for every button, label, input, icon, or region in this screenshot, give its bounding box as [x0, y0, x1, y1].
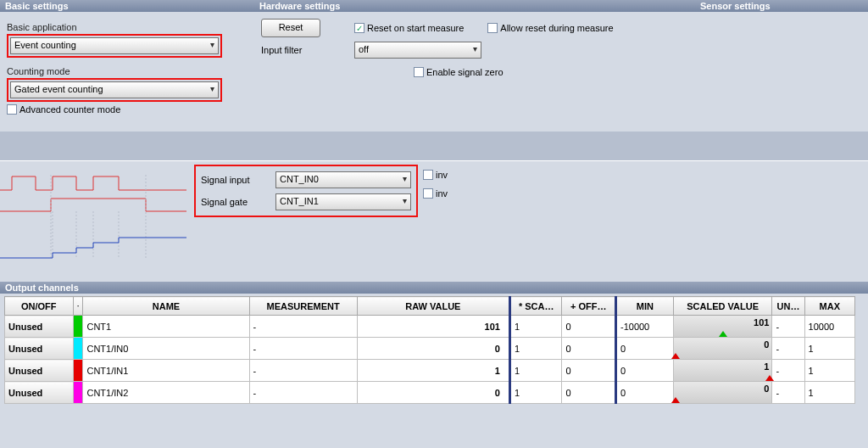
basic-application-highlight: Event counting	[7, 34, 222, 58]
enable-signal-zero-checkbox[interactable]: Enable signal zero	[414, 67, 504, 77]
row-name[interactable]: CNT1	[83, 316, 249, 338]
signal-gate-label: Signal gate	[201, 197, 269, 207]
row-max[interactable]: 1	[804, 382, 854, 404]
row-min[interactable]: -10000	[615, 316, 673, 338]
row-color-swatch[interactable]	[73, 382, 83, 404]
top-section-header: Basic settings Hardware settings Sensor …	[0, 0, 868, 12]
row-onoff[interactable]: Unused	[5, 338, 74, 360]
col-scaled-value[interactable]: SCALED VALUE	[673, 297, 772, 316]
row-onoff[interactable]: Unused	[5, 382, 74, 404]
signal-gate-inv-checkbox[interactable]: inv	[423, 188, 448, 199]
row-scaled-value: 0	[673, 338, 772, 360]
col-color[interactable]: ·	[73, 297, 83, 316]
row-raw-value: 1	[357, 360, 509, 382]
col-name[interactable]: NAME	[83, 297, 249, 316]
row-name[interactable]: CNT1/IN1	[83, 360, 249, 382]
col-scale[interactable]: * SCA…	[509, 297, 561, 316]
row-unit[interactable]: -	[772, 382, 804, 404]
input-filter-label: Input filter	[261, 45, 337, 55]
signal-gate-select[interactable]: CNT_IN1	[275, 193, 411, 210]
counting-mode-highlight: Gated event counting	[7, 78, 222, 102]
signal-input-select[interactable]: CNT_IN0	[275, 171, 411, 188]
reset-button[interactable]: Reset	[261, 19, 320, 37]
row-color-swatch[interactable]	[73, 360, 83, 382]
row-onoff[interactable]: Unused	[5, 316, 74, 338]
row-measurement[interactable]: -	[249, 316, 357, 338]
col-min[interactable]: MIN	[615, 297, 673, 316]
row-min[interactable]: 0	[615, 382, 673, 404]
signal-block-highlight: Signal input CNT_IN0 Signal gate CNT_IN1	[194, 165, 418, 217]
col-offset[interactable]: + OFF…	[562, 297, 616, 316]
row-offset[interactable]: 0	[562, 338, 616, 360]
row-name[interactable]: CNT1/IN2	[83, 382, 249, 404]
basic-application-select[interactable]: Event counting	[10, 37, 219, 54]
row-onoff[interactable]: Unused	[5, 360, 74, 382]
row-color-swatch[interactable]	[73, 316, 83, 338]
row-raw-value: 0	[357, 382, 509, 404]
table-row[interactable]: UnusedCNT1-10110-10000101-10000	[5, 316, 855, 338]
reset-on-start-checkbox[interactable]: ✓Reset on start measure	[354, 23, 464, 33]
table-row[interactable]: UnusedCNT1/IN2-01000-1	[5, 382, 855, 404]
row-measurement[interactable]: -	[249, 338, 357, 360]
row-offset[interactable]: 0	[562, 360, 616, 382]
row-max[interactable]: 1	[804, 338, 854, 360]
row-unit[interactable]: -	[772, 316, 804, 338]
row-scale[interactable]: 1	[509, 382, 561, 404]
allow-reset-checkbox[interactable]: Allow reset during measure	[487, 23, 613, 33]
row-unit[interactable]: -	[772, 360, 804, 382]
row-measurement[interactable]: -	[249, 360, 357, 382]
row-offset[interactable]: 0	[562, 316, 616, 338]
check-icon: ✓	[354, 23, 364, 33]
row-color-swatch[interactable]	[73, 338, 83, 360]
row-scale[interactable]: 1	[509, 316, 561, 338]
row-scaled-value: 0	[673, 382, 772, 404]
row-scale[interactable]: 1	[509, 338, 561, 360]
timing-diagram	[0, 165, 191, 266]
row-measurement[interactable]: -	[249, 382, 357, 404]
col-measurement[interactable]: MEASUREMENT	[249, 297, 357, 316]
signal-input-inv-checkbox[interactable]: inv	[423, 170, 448, 180]
input-filter-select[interactable]: off	[354, 42, 481, 59]
output-channels-header: Output channels	[0, 282, 868, 294]
col-unit[interactable]: UN…	[772, 297, 804, 316]
advanced-counter-mode-checkbox[interactable]: Advanced counter mode	[7, 104, 120, 115]
col-max[interactable]: MAX	[804, 297, 854, 316]
row-name[interactable]: CNT1/IN0	[83, 338, 249, 360]
table-row[interactable]: UnusedCNT1/IN0-01000-1	[5, 338, 855, 360]
row-raw-value: 0	[357, 338, 509, 360]
row-offset[interactable]: 0	[562, 382, 616, 404]
row-min[interactable]: 0	[615, 338, 673, 360]
output-channels-table: ON/OFF · NAME MEASUREMENT RAW VALUE * SC…	[4, 296, 855, 404]
row-scaled-value: 101	[673, 316, 772, 338]
table-row[interactable]: UnusedCNT1/IN1-11001-1	[5, 360, 855, 382]
counting-mode-label: Counting mode	[7, 66, 248, 76]
row-scaled-value: 1	[673, 360, 772, 382]
row-raw-value: 101	[357, 316, 509, 338]
row-unit[interactable]: -	[772, 338, 804, 360]
col-onoff[interactable]: ON/OFF	[5, 297, 74, 316]
basic-application-label: Basic application	[7, 22, 248, 32]
signal-input-label: Signal input	[201, 175, 269, 185]
row-min[interactable]: 0	[615, 360, 673, 382]
counting-mode-select[interactable]: Gated event counting	[10, 81, 219, 98]
row-max[interactable]: 1	[804, 360, 854, 382]
row-scale[interactable]: 1	[509, 360, 561, 382]
col-raw-value[interactable]: RAW VALUE	[357, 297, 509, 316]
row-max[interactable]: 10000	[804, 316, 854, 338]
